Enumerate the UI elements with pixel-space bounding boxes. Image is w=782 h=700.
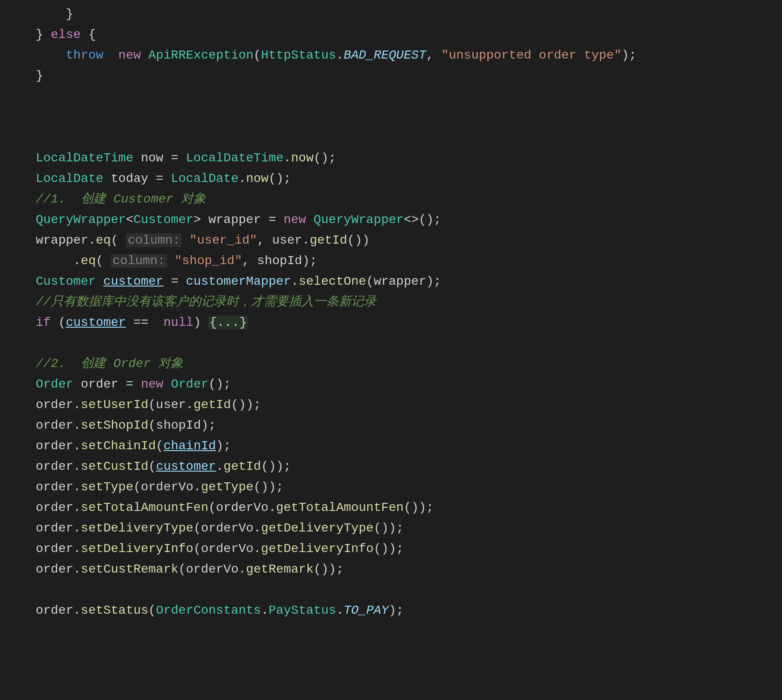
code-line xyxy=(0,107,782,128)
code-line: LocalDate today = LocalDate.now(); xyxy=(0,169,782,190)
line-content: order.setDeliveryType(orderVo.getDeliver… xyxy=(22,519,782,539)
line-content: wrapper.eq( column: "user_id", user.getI… xyxy=(22,231,782,251)
code-line: QueryWrapper<Customer> wrapper = new Que… xyxy=(0,210,782,231)
line-content: } else { xyxy=(22,25,782,45)
code-line: order.setUserId(user.getId()); xyxy=(0,395,782,416)
line-content: LocalDate today = LocalDate.now(); xyxy=(22,169,782,189)
code-line: //1. 创建 Customer 对象 xyxy=(0,190,782,210)
code-line: LocalDateTime now = LocalDateTime.now(); xyxy=(0,148,782,169)
code-line: Order order = new Order(); xyxy=(0,375,782,395)
code-line: order.setChainId(chainId); xyxy=(0,436,782,457)
line-content: Customer customer = customerMapper.selec… xyxy=(22,272,782,292)
line-content: order.setChainId(chainId); xyxy=(22,436,782,456)
code-line: wrapper.eq( column: "user_id", user.getI… xyxy=(0,231,782,251)
code-line: order.setStatus(OrderConstants.PayStatus… xyxy=(0,601,782,621)
line-content: .eq( column: "shop_id", shopId); xyxy=(22,251,782,271)
line-content: } xyxy=(22,66,782,86)
line-content: throw new ApiRRException(HttpStatus.BAD_… xyxy=(22,46,782,66)
line-content: } xyxy=(22,4,782,25)
code-line: //2. 创建 Order 对象 xyxy=(0,354,782,375)
line-content: Order order = new Order(); xyxy=(22,375,782,395)
code-line xyxy=(0,580,782,601)
code-line: order.setCustRemark(orderVo.getRemark())… xyxy=(0,560,782,580)
line-content: //2. 创建 Order 对象 xyxy=(22,354,782,374)
code-line: .eq( column: "shop_id", shopId); xyxy=(0,251,782,272)
code-line xyxy=(0,87,782,107)
line-content: order.setCustRemark(orderVo.getRemark())… xyxy=(22,560,782,580)
line-content: order.setCustId(customer.getId()); xyxy=(22,457,782,477)
line-content: order.setDeliveryInfo(orderVo.getDeliver… xyxy=(22,539,782,559)
line-content: order.setShopId(shopId); xyxy=(22,416,782,436)
line-content: order.setType(orderVo.getType()); xyxy=(22,477,782,498)
code-line: } else { xyxy=(0,25,782,46)
line-content: order.setUserId(user.getId()); xyxy=(22,395,782,415)
code-line: order.setDeliveryType(orderVo.getDeliver… xyxy=(0,519,782,539)
code-line: throw new ApiRRException(HttpStatus.BAD_… xyxy=(0,46,782,66)
code-line: } xyxy=(0,4,782,25)
code-line: } xyxy=(0,66,782,87)
code-line: if (customer == null) {...} xyxy=(0,313,782,333)
code-line xyxy=(0,128,782,148)
code-line: Customer customer = customerMapper.selec… xyxy=(0,272,782,292)
line-content: order.setStatus(OrderConstants.PayStatus… xyxy=(22,601,782,621)
line-content: QueryWrapper<Customer> wrapper = new Que… xyxy=(22,210,782,230)
code-line: order.setType(orderVo.getType()); xyxy=(0,477,782,498)
code-line: order.setCustId(customer.getId()); xyxy=(0,457,782,477)
code-line: order.setShopId(shopId); xyxy=(0,416,782,436)
code-editor: }} else { throw new ApiRRException(HttpS… xyxy=(0,0,782,626)
line-content: //只有数据库中没有该客户的记录时，才需要插入一条新记录 xyxy=(22,292,782,312)
code-line: order.setTotalAmountFen(orderVo.getTotal… xyxy=(0,498,782,519)
line-content: order.setTotalAmountFen(orderVo.getTotal… xyxy=(22,498,782,518)
code-line: //只有数据库中没有该客户的记录时，才需要插入一条新记录 xyxy=(0,292,782,313)
line-content: if (customer == null) {...} xyxy=(22,313,782,333)
code-line: order.setDeliveryInfo(orderVo.getDeliver… xyxy=(0,539,782,560)
code-line xyxy=(0,333,782,354)
line-content: LocalDateTime now = LocalDateTime.now(); xyxy=(22,148,782,169)
line-content: //1. 创建 Customer 对象 xyxy=(22,190,782,210)
